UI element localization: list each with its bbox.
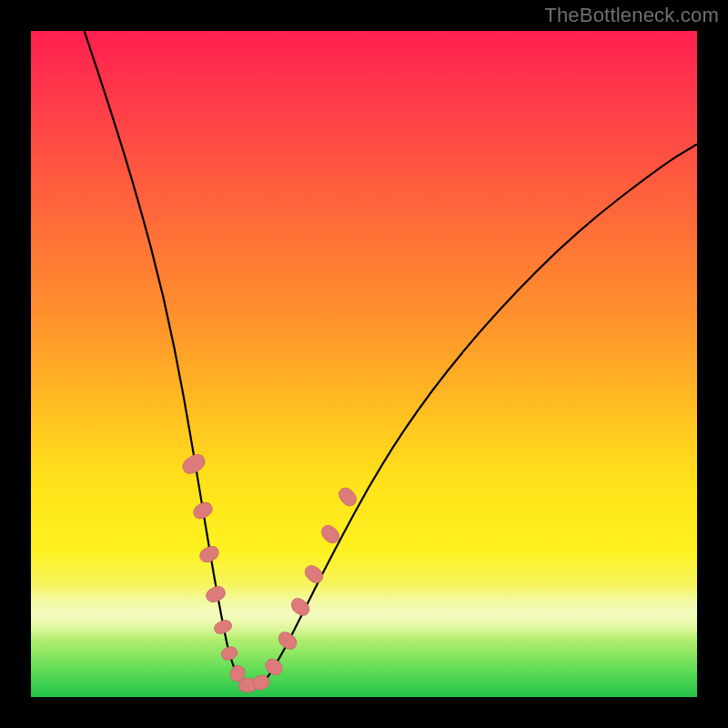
bottleneck-curve xyxy=(31,31,697,697)
watermark-text: TheBottleneck.com xyxy=(544,4,719,27)
plot-area xyxy=(31,31,697,697)
chart-frame: TheBottleneck.com xyxy=(0,0,728,728)
